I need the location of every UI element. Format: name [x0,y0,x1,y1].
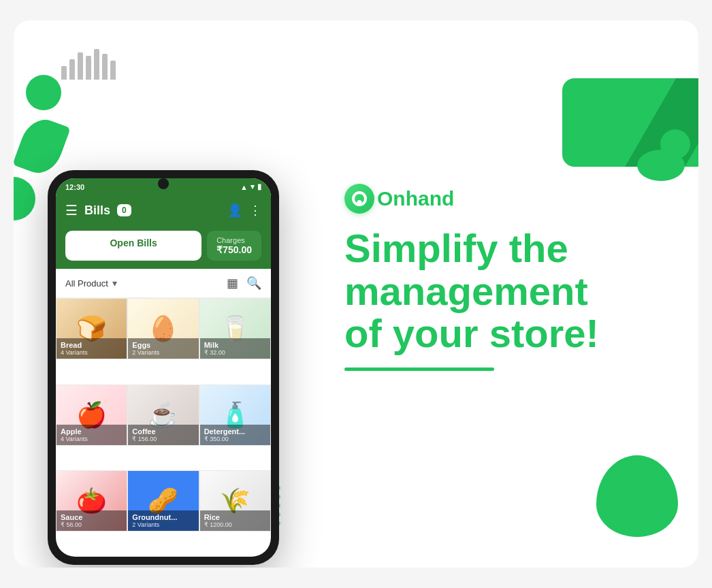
tagline-line1: Simplify the [344,226,568,270]
product-coffee-name: Coffee [132,427,194,436]
phone-screen: 12:30 ▲ ▾ ▮ ☰ Bills 0 👤 [56,178,271,557]
product-bread-sub: 4 Variants [61,349,123,356]
brand-row: Onhand [344,184,658,214]
header-icons: 👤 ⋮ [227,203,261,218]
product-apple-name: Apple [61,427,123,436]
signal-icon: ▲ [240,183,248,191]
product-sauce[interactable]: 🍅 Sauce ₹ 56.00 [56,470,127,532]
product-sauce-label: Sauce ₹ 56.00 [56,510,127,531]
product-bread-label: Bread 4 Variants [56,338,127,359]
charges-amount: ₹750.00 [216,244,252,255]
product-coffee[interactable]: ☕ Coffee ₹ 156.00 [127,385,199,446]
deco-circle-top-left [26,75,61,110]
product-milk-sub: ₹ 32.00 [204,349,266,356]
status-icons: ▲ ▾ ▮ [240,182,261,191]
tagline-underline [344,368,494,371]
product-apple[interactable]: 🍎 Apple 4 Variants [56,385,127,446]
product-rice-label: Rice ₹ 1200.00 [200,510,270,531]
deco-oval-top-right [637,150,685,181]
product-detergent[interactable]: 🧴 Detergent... ₹ 350.00 [199,385,271,446]
battery-icon: ▮ [257,182,261,191]
product-sauce-sub: ₹ 56.00 [61,521,123,528]
product-detergent-name: Detergent... [204,427,266,436]
product-apple-label: Apple 4 Variants [56,425,127,445]
deco-circle-bottom-right [596,455,678,537]
header-title: Bills [84,203,110,218]
charges-label: Charges [216,236,252,244]
product-rice[interactable]: 🌾 Rice ₹ 1200.00 [199,470,271,532]
tagline-line2: management [344,269,588,313]
product-bread-name: Bread [61,341,123,349]
deco-leaf-top-left [14,114,71,179]
barcode-icon[interactable]: ▦ [227,276,238,291]
product-filter-dropdown[interactable]: All Product ▾ [65,278,117,289]
brand-logo-icon [352,191,367,206]
product-eggs[interactable]: 🥚 Eggs 2 Variants [127,298,199,359]
tagline-line3: of your store! [344,311,599,355]
product-groundnut[interactable]: 🥜 Groundnut... 2 Variants [127,470,199,532]
filter-bar: All Product ▾ ▦ 🔍 [56,269,271,298]
tagline: Simplify the management of your store! [344,227,658,355]
deco-half-circle-left [14,177,35,220]
brand-name: Onhand [377,187,454,210]
bills-row: Open Bills Charges ₹750.00 [56,225,271,269]
product-detergent-label: Detergent... ₹ 350.00 [200,425,270,445]
product-milk-label: Milk ₹ 32.00 [200,338,270,359]
product-eggs-name: Eggs [132,341,194,349]
product-milk-name: Milk [204,341,266,349]
phone-notch [158,178,169,189]
user-icon[interactable]: 👤 [227,203,242,218]
product-rice-name: Rice [204,513,266,521]
product-groundnut-label: Groundnut... 2 Variants [128,510,198,531]
product-detergent-sub: ₹ 350.00 [204,436,266,442]
product-milk[interactable]: 🥛 Milk ₹ 32.00 [199,298,271,359]
brand-logo [344,184,374,214]
product-eggs-sub: 2 Variants [132,349,194,356]
product-coffee-label: Coffee ₹ 156.00 [128,425,198,445]
main-card: 12:30 ▲ ▾ ▮ ☰ Bills 0 👤 [14,20,698,568]
filter-action-icons: ▦ 🔍 [227,276,261,291]
filter-label: All Product [65,278,108,289]
header-title-wrap: ☰ Bills 0 [65,202,131,218]
search-icon[interactable]: 🔍 [246,276,261,291]
right-content: Onhand Simplify the management of your s… [344,184,658,371]
app-header: ☰ Bills 0 👤 ⋮ [56,195,271,225]
product-rice-sub: ₹ 1200.00 [204,521,266,528]
chevron-down-icon: ▾ [112,278,117,289]
open-bills-button[interactable]: Open Bills [65,231,201,261]
menu-icon[interactable]: ☰ [65,202,78,218]
product-eggs-label: Eggs 2 Variants [128,338,198,359]
bills-badge: 0 [117,204,131,216]
product-sauce-name: Sauce [61,513,123,521]
deco-bar-chart [61,49,116,80]
product-groundnut-name: Groundnut... [132,513,194,521]
wifi-icon: ▾ [250,182,255,191]
phone-mockup: 12:30 ▲ ▾ ▮ ☰ Bills 0 👤 [48,170,279,565]
product-groundnut-sub: 2 Variants [132,521,194,528]
product-grid: 🍞 Bread 4 Variants 🥚 Eggs 2 [56,298,271,557]
status-time: 12:30 [65,183,84,191]
more-icon[interactable]: ⋮ [249,203,261,218]
product-coffee-sub: ₹ 156.00 [132,436,194,442]
charges-box: Charges ₹750.00 [207,231,261,261]
product-bread[interactable]: 🍞 Bread 4 Variants [56,298,127,359]
product-apple-sub: 4 Variants [61,436,123,442]
